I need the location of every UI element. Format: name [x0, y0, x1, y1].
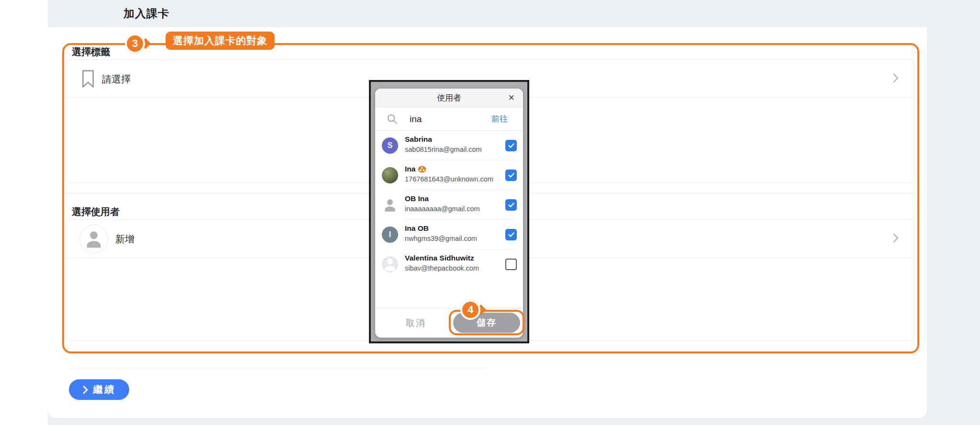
chevron-right-icon [891, 71, 900, 87]
user-section-label: 選擇使用者 [72, 205, 120, 218]
chevron-right-icon [891, 231, 900, 247]
avatar-initial: I [382, 227, 398, 243]
user-name: OB Ina [405, 194, 429, 203]
annotation-step-4-badge: 4 [460, 300, 480, 320]
avatar-photo [382, 167, 398, 183]
user-picker-modal: 使用者 × 前往 SSabrinasab0815rina@gmail.comIn… [375, 89, 523, 338]
user-email: sibav@thepacbook.com [405, 264, 479, 272]
checkbox-checked[interactable] [505, 140, 517, 151]
search-icon [387, 113, 398, 126]
user-name: Valentina Sidhuwitz [405, 254, 474, 262]
avatar-initial: S [382, 137, 398, 154]
close-icon[interactable]: × [505, 92, 517, 103]
checkbox-unchecked[interactable] [505, 259, 517, 270]
user-list-item[interactable]: Ina1767681643@unknown.com [375, 160, 523, 190]
user-name: Ina [405, 165, 426, 173]
continue-button[interactable]: 繼續 [69, 379, 129, 400]
user-list-item[interactable]: Valentina Sidhuwitzsibav@thepacbook.com [375, 250, 523, 279]
continue-button-label: 繼續 [93, 383, 116, 396]
tag-select-placeholder: 請選擇 [102, 72, 131, 85]
user-email: nwhgms39@gmail.com [405, 235, 477, 242]
page-header: 加入課卡 [48, 0, 980, 27]
search-bar: 前往 [375, 107, 523, 131]
annotation-save-outline [449, 310, 524, 335]
user-name: Ina OB [405, 224, 429, 233]
checkbox-checked[interactable] [505, 229, 517, 240]
user-email: inaaaaaaaa@gmail.com [405, 205, 480, 213]
modal-header: 使用者 × [375, 89, 523, 107]
user-list: SSabrinasab0815rina@gmail.comIna17676816… [375, 131, 523, 279]
pretzel-icon [418, 166, 426, 173]
bookmark-icon [81, 69, 95, 91]
modal-annotation-frame: 使用者 × 前往 SSabrinasab0815rina@gmail.comIn… [369, 80, 529, 343]
footer-divider [69, 368, 486, 368]
avatar-silhouette-icon [382, 197, 398, 213]
user-email: 1767681643@unknown.com [405, 175, 493, 183]
tag-section-label: 選擇標籤 [72, 45, 110, 58]
screenshot-canvas: 加入課卡 選擇標籤 請選擇 選擇使用者 [0, 0, 980, 431]
app-background: 加入課卡 選擇標籤 請選擇 選擇使用者 [48, 0, 980, 425]
user-list-item[interactable]: OB Inainaaaaaaaa@gmail.com [375, 190, 523, 220]
person-avatar-icon [79, 225, 108, 253]
pretzel-icon [418, 166, 426, 173]
avatar-silhouette-icon [382, 256, 398, 272]
search-go-link[interactable]: 前往 [491, 113, 508, 125]
user-email: sab0815rina@gmail.com [405, 146, 482, 153]
add-user-label: 新增 [115, 233, 134, 246]
checkbox-checked[interactable] [505, 170, 517, 181]
user-list-item[interactable]: IIna OBnwhgms39@gmail.com [375, 220, 523, 250]
chevron-right-icon [82, 385, 89, 395]
checkbox-checked[interactable] [505, 199, 517, 211]
page-title: 加入課卡 [123, 6, 169, 21]
user-list-item[interactable]: SSabrinasab0815rina@gmail.com [375, 131, 523, 160]
annotation-step-3-badge: 3 [125, 34, 145, 54]
cancel-button[interactable]: 取消 [403, 317, 429, 330]
annotation-step-3-label: 選擇加入課卡的對象 [166, 32, 275, 50]
search-input[interactable] [409, 111, 473, 127]
user-name: Sabrina [405, 135, 432, 144]
modal-title: 使用者 [437, 92, 461, 103]
